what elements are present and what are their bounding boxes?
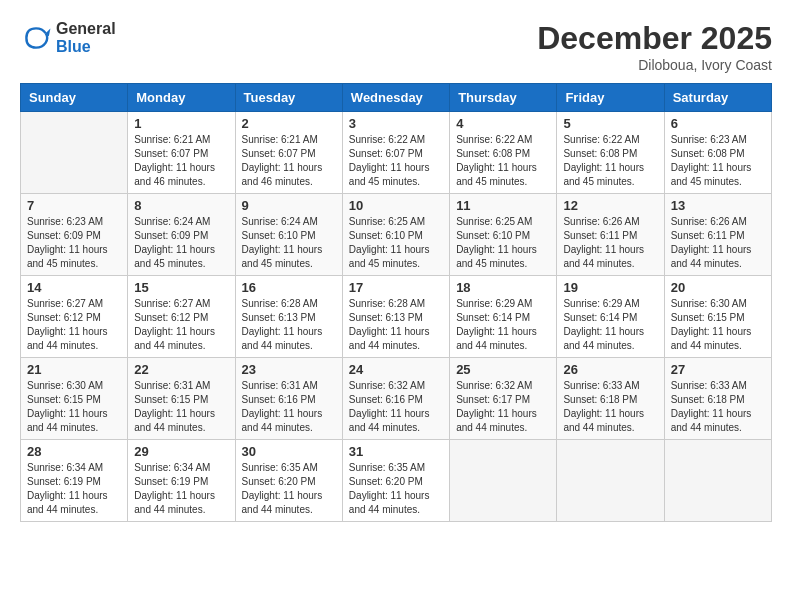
day-info: Sunrise: 6:28 AMSunset: 6:13 PMDaylight:… <box>349 297 443 353</box>
calendar-cell: 11Sunrise: 6:25 AMSunset: 6:10 PMDayligh… <box>450 194 557 276</box>
calendar-cell: 19Sunrise: 6:29 AMSunset: 6:14 PMDayligh… <box>557 276 664 358</box>
day-info: Sunrise: 6:25 AMSunset: 6:10 PMDaylight:… <box>456 215 550 271</box>
day-info: Sunrise: 6:22 AMSunset: 6:07 PMDaylight:… <box>349 133 443 189</box>
day-number: 16 <box>242 280 336 295</box>
calendar-cell <box>450 440 557 522</box>
day-number: 29 <box>134 444 228 459</box>
page-header: General Blue December 2025 Diloboua, Ivo… <box>20 20 772 73</box>
calendar-cell: 18Sunrise: 6:29 AMSunset: 6:14 PMDayligh… <box>450 276 557 358</box>
day-number: 17 <box>349 280 443 295</box>
day-info: Sunrise: 6:23 AMSunset: 6:09 PMDaylight:… <box>27 215 121 271</box>
day-number: 22 <box>134 362 228 377</box>
calendar-cell: 13Sunrise: 6:26 AMSunset: 6:11 PMDayligh… <box>664 194 771 276</box>
day-info: Sunrise: 6:24 AMSunset: 6:09 PMDaylight:… <box>134 215 228 271</box>
day-info: Sunrise: 6:30 AMSunset: 6:15 PMDaylight:… <box>27 379 121 435</box>
calendar-cell: 15Sunrise: 6:27 AMSunset: 6:12 PMDayligh… <box>128 276 235 358</box>
calendar-cell: 25Sunrise: 6:32 AMSunset: 6:17 PMDayligh… <box>450 358 557 440</box>
day-number: 26 <box>563 362 657 377</box>
day-number: 15 <box>134 280 228 295</box>
day-info: Sunrise: 6:33 AMSunset: 6:18 PMDaylight:… <box>671 379 765 435</box>
day-info: Sunrise: 6:34 AMSunset: 6:19 PMDaylight:… <box>134 461 228 517</box>
day-number: 6 <box>671 116 765 131</box>
day-info: Sunrise: 6:26 AMSunset: 6:11 PMDaylight:… <box>563 215 657 271</box>
calendar-cell: 24Sunrise: 6:32 AMSunset: 6:16 PMDayligh… <box>342 358 449 440</box>
calendar-cell: 29Sunrise: 6:34 AMSunset: 6:19 PMDayligh… <box>128 440 235 522</box>
calendar-cell: 21Sunrise: 6:30 AMSunset: 6:15 PMDayligh… <box>21 358 128 440</box>
calendar-cell: 8Sunrise: 6:24 AMSunset: 6:09 PMDaylight… <box>128 194 235 276</box>
calendar-cell: 22Sunrise: 6:31 AMSunset: 6:15 PMDayligh… <box>128 358 235 440</box>
column-header-thursday: Thursday <box>450 84 557 112</box>
calendar-cell: 26Sunrise: 6:33 AMSunset: 6:18 PMDayligh… <box>557 358 664 440</box>
day-number: 5 <box>563 116 657 131</box>
day-info: Sunrise: 6:22 AMSunset: 6:08 PMDaylight:… <box>456 133 550 189</box>
logo-icon <box>20 22 52 54</box>
day-info: Sunrise: 6:34 AMSunset: 6:19 PMDaylight:… <box>27 461 121 517</box>
day-number: 7 <box>27 198 121 213</box>
location-subtitle: Diloboua, Ivory Coast <box>537 57 772 73</box>
logo: General Blue <box>20 20 116 56</box>
day-number: 28 <box>27 444 121 459</box>
day-info: Sunrise: 6:24 AMSunset: 6:10 PMDaylight:… <box>242 215 336 271</box>
calendar-cell: 1Sunrise: 6:21 AMSunset: 6:07 PMDaylight… <box>128 112 235 194</box>
calendar-cell: 17Sunrise: 6:28 AMSunset: 6:13 PMDayligh… <box>342 276 449 358</box>
day-info: Sunrise: 6:35 AMSunset: 6:20 PMDaylight:… <box>242 461 336 517</box>
calendar-cell: 30Sunrise: 6:35 AMSunset: 6:20 PMDayligh… <box>235 440 342 522</box>
title-block: December 2025 Diloboua, Ivory Coast <box>537 20 772 73</box>
calendar-cell: 20Sunrise: 6:30 AMSunset: 6:15 PMDayligh… <box>664 276 771 358</box>
column-header-saturday: Saturday <box>664 84 771 112</box>
month-year-title: December 2025 <box>537 20 772 57</box>
calendar-cell: 23Sunrise: 6:31 AMSunset: 6:16 PMDayligh… <box>235 358 342 440</box>
day-number: 27 <box>671 362 765 377</box>
column-header-friday: Friday <box>557 84 664 112</box>
day-number: 10 <box>349 198 443 213</box>
calendar-week-4: 21Sunrise: 6:30 AMSunset: 6:15 PMDayligh… <box>21 358 772 440</box>
calendar-cell: 28Sunrise: 6:34 AMSunset: 6:19 PMDayligh… <box>21 440 128 522</box>
day-info: Sunrise: 6:32 AMSunset: 6:17 PMDaylight:… <box>456 379 550 435</box>
day-info: Sunrise: 6:31 AMSunset: 6:16 PMDaylight:… <box>242 379 336 435</box>
day-number: 23 <box>242 362 336 377</box>
day-info: Sunrise: 6:28 AMSunset: 6:13 PMDaylight:… <box>242 297 336 353</box>
day-info: Sunrise: 6:33 AMSunset: 6:18 PMDaylight:… <box>563 379 657 435</box>
calendar-cell <box>557 440 664 522</box>
day-info: Sunrise: 6:25 AMSunset: 6:10 PMDaylight:… <box>349 215 443 271</box>
calendar-week-3: 14Sunrise: 6:27 AMSunset: 6:12 PMDayligh… <box>21 276 772 358</box>
calendar-cell: 12Sunrise: 6:26 AMSunset: 6:11 PMDayligh… <box>557 194 664 276</box>
column-header-wednesday: Wednesday <box>342 84 449 112</box>
day-info: Sunrise: 6:31 AMSunset: 6:15 PMDaylight:… <box>134 379 228 435</box>
day-number: 3 <box>349 116 443 131</box>
day-number: 18 <box>456 280 550 295</box>
calendar-week-5: 28Sunrise: 6:34 AMSunset: 6:19 PMDayligh… <box>21 440 772 522</box>
day-number: 9 <box>242 198 336 213</box>
calendar-cell: 6Sunrise: 6:23 AMSunset: 6:08 PMDaylight… <box>664 112 771 194</box>
day-number: 31 <box>349 444 443 459</box>
day-info: Sunrise: 6:27 AMSunset: 6:12 PMDaylight:… <box>134 297 228 353</box>
column-header-sunday: Sunday <box>21 84 128 112</box>
day-info: Sunrise: 6:22 AMSunset: 6:08 PMDaylight:… <box>563 133 657 189</box>
calendar-header-row: SundayMondayTuesdayWednesdayThursdayFrid… <box>21 84 772 112</box>
day-number: 1 <box>134 116 228 131</box>
day-info: Sunrise: 6:27 AMSunset: 6:12 PMDaylight:… <box>27 297 121 353</box>
day-number: 25 <box>456 362 550 377</box>
calendar-cell: 16Sunrise: 6:28 AMSunset: 6:13 PMDayligh… <box>235 276 342 358</box>
day-number: 13 <box>671 198 765 213</box>
day-number: 24 <box>349 362 443 377</box>
day-number: 30 <box>242 444 336 459</box>
day-info: Sunrise: 6:21 AMSunset: 6:07 PMDaylight:… <box>134 133 228 189</box>
day-info: Sunrise: 6:35 AMSunset: 6:20 PMDaylight:… <box>349 461 443 517</box>
day-number: 20 <box>671 280 765 295</box>
day-number: 2 <box>242 116 336 131</box>
day-number: 14 <box>27 280 121 295</box>
calendar-cell: 5Sunrise: 6:22 AMSunset: 6:08 PMDaylight… <box>557 112 664 194</box>
calendar-table: SundayMondayTuesdayWednesdayThursdayFrid… <box>20 83 772 522</box>
day-number: 19 <box>563 280 657 295</box>
day-number: 21 <box>27 362 121 377</box>
day-info: Sunrise: 6:29 AMSunset: 6:14 PMDaylight:… <box>563 297 657 353</box>
day-info: Sunrise: 6:23 AMSunset: 6:08 PMDaylight:… <box>671 133 765 189</box>
day-info: Sunrise: 6:21 AMSunset: 6:07 PMDaylight:… <box>242 133 336 189</box>
calendar-cell: 9Sunrise: 6:24 AMSunset: 6:10 PMDaylight… <box>235 194 342 276</box>
calendar-cell: 27Sunrise: 6:33 AMSunset: 6:18 PMDayligh… <box>664 358 771 440</box>
calendar-cell: 31Sunrise: 6:35 AMSunset: 6:20 PMDayligh… <box>342 440 449 522</box>
logo-text: General Blue <box>56 20 116 56</box>
calendar-cell: 3Sunrise: 6:22 AMSunset: 6:07 PMDaylight… <box>342 112 449 194</box>
calendar-week-1: 1Sunrise: 6:21 AMSunset: 6:07 PMDaylight… <box>21 112 772 194</box>
